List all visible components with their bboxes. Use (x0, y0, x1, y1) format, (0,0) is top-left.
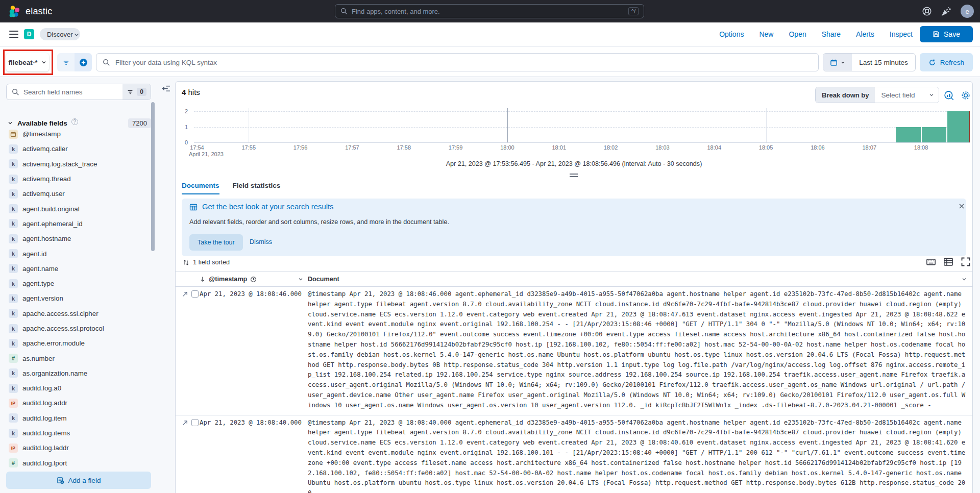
nav-link-share[interactable]: Share (822, 30, 841, 38)
field-item-agent.version[interactable]: kagent.version (6, 291, 149, 306)
help-icon[interactable] (922, 6, 932, 16)
field-item-apache.access.ssl.protocol[interactable]: kapache.access.ssl.protocol (6, 321, 149, 336)
add-filter-button[interactable] (75, 53, 92, 71)
column-actions-chevron-icon[interactable] (298, 276, 304, 282)
search-icon (340, 8, 348, 15)
select-row-checkbox[interactable] (191, 290, 199, 298)
document-column-header[interactable]: Document (308, 276, 972, 283)
add-field-button[interactable]: Add a field (6, 472, 151, 489)
nav-link-inspect[interactable]: Inspect (890, 30, 913, 38)
field-item-activemq.caller[interactable]: kactivemq.caller (6, 141, 149, 156)
row-density-icon[interactable] (943, 257, 953, 267)
global-search-bar[interactable]: ^/ (335, 4, 644, 18)
nav-link-open[interactable]: Open (789, 30, 806, 38)
field-name: activemq.user (22, 190, 65, 198)
field-item-agent.name[interactable]: kagent.name (6, 261, 149, 276)
expand-document-icon[interactable] (182, 420, 188, 426)
field-item-as.organization.name[interactable]: kas.organization.name (6, 366, 149, 381)
sort-fields-button[interactable]: 1 field sorted (183, 259, 230, 266)
field-filter-button[interactable]: 0 (122, 84, 151, 100)
field-name: agent.name (22, 265, 58, 273)
column-actions-chevron-icon[interactable] (961, 276, 967, 282)
field-item-activemq.user[interactable]: kactivemq.user (6, 186, 149, 201)
kql-query-bar[interactable] (96, 53, 819, 71)
keyboard-shortcuts-icon[interactable] (926, 257, 936, 267)
field-item-auditd.log.laddr[interactable]: IPauditd.log.laddr (6, 440, 149, 455)
breakdown-placeholder: Select field (881, 91, 915, 99)
chevron-down-icon (41, 59, 47, 65)
fullscreen-icon[interactable] (961, 257, 971, 267)
menu-icon[interactable] (9, 31, 18, 38)
date-picker-menu-button[interactable] (823, 54, 852, 71)
hits-counter: 4 hits (182, 88, 200, 96)
field-item-apache.access.ssl.cipher[interactable]: kapache.access.ssl.cipher (6, 306, 149, 321)
x-axis-tick-label: 18:04 (707, 144, 721, 151)
field-name: agent.build.original (22, 205, 80, 213)
close-icon[interactable] (958, 202, 966, 210)
take-tour-button[interactable]: Take the tour (189, 234, 243, 251)
x-axis-line (194, 142, 970, 143)
time-range-end-marker (969, 111, 970, 142)
field-item-auditd.log.items[interactable]: kauditd.log.items (6, 426, 149, 440)
gridline (194, 127, 970, 128)
timestamp-column-header[interactable]: @timestamp (200, 276, 308, 283)
saved-query-menu-button[interactable] (57, 53, 75, 71)
tab-field-statistics[interactable]: Field statistics (233, 182, 281, 194)
search-icon (12, 88, 19, 96)
histogram-bar[interactable] (896, 127, 921, 143)
field-item-apache.error.module[interactable]: kapache.error.module (6, 336, 149, 351)
field-search-input[interactable] (19, 88, 122, 96)
field-item-auditd.log.addr[interactable]: IPauditd.log.addr (6, 396, 149, 410)
chevron-down-icon (7, 120, 13, 126)
save-button[interactable]: Save (920, 26, 973, 42)
nav-link-alerts[interactable]: Alerts (856, 30, 874, 38)
x-axis-date-label: April 21, 2023 (189, 151, 224, 157)
nav-link-new[interactable]: New (759, 30, 773, 38)
tab-documents[interactable]: Documents (182, 182, 219, 194)
field-item-agent.type[interactable]: kagent.type (6, 276, 149, 291)
field-item-agent.id[interactable]: kagent.id (6, 246, 149, 261)
elastic-logo-icon (8, 5, 20, 17)
select-row-checkbox[interactable] (191, 419, 199, 426)
global-search-input[interactable] (352, 8, 624, 15)
elastic-logo[interactable]: elastic (8, 0, 52, 22)
field-type-keyword-icon: k (9, 324, 18, 333)
nav-link-options[interactable]: Options (719, 30, 744, 38)
x-axis-tick-label: 17:56 (293, 144, 308, 151)
table-row: Apr 21, 2023 @ 18:08:46.000@timestamp Ap… (176, 287, 972, 415)
breakdown-field-select[interactable]: Select field (875, 87, 939, 103)
chart-options-gear-icon[interactable] (961, 90, 971, 101)
y-axis-tick-label: 0 (185, 139, 188, 145)
field-item-as.number[interactable]: #as.number (6, 351, 149, 365)
breadcrumb-chevron-icon[interactable] (73, 31, 80, 38)
kql-query-input[interactable] (115, 59, 812, 66)
field-item-agent.hostname[interactable]: kagent.hostname (6, 231, 149, 246)
field-filter-count: 0 (137, 88, 146, 96)
space-badge[interactable]: D (24, 29, 34, 39)
sidebar-scrollbar[interactable] (151, 102, 155, 251)
dismiss-button[interactable]: Dismiss (250, 238, 272, 245)
newsfeed-icon[interactable] (941, 6, 951, 16)
collapse-sidebar-icon[interactable] (161, 83, 171, 93)
field-item-auditd.log.lport[interactable]: #auditd.log.lport (6, 456, 149, 471)
field-item-@timestamp[interactable]: @timestamp (6, 127, 149, 141)
field-item-agent.ephemeral_id[interactable]: kagent.ephemeral_id (6, 216, 149, 231)
field-name: auditd.log.item (22, 414, 66, 422)
expand-document-icon[interactable] (182, 291, 188, 298)
field-item-auditd.log.item[interactable]: kauditd.log.item (6, 411, 149, 426)
user-avatar[interactable]: e (961, 5, 974, 18)
field-search[interactable]: 0 (6, 84, 151, 100)
edit-visualization-icon[interactable] (944, 90, 954, 101)
field-item-agent.build.original[interactable]: kagent.build.original (6, 201, 149, 216)
field-item-activemq.thread[interactable]: kactivemq.thread (6, 171, 149, 186)
data-view-picker[interactable]: filebeat-* (6, 53, 49, 71)
histogram-chart[interactable]: April 21, 2023 17:5417:5517:5617:5717:58… (194, 111, 970, 142)
histogram-bar[interactable] (947, 111, 969, 142)
chart-resize-handle[interactable] (570, 174, 578, 177)
field-item-auditd.log.a0[interactable]: kauditd.log.a0 (6, 381, 149, 396)
field-item-activemq.log.stack_trace[interactable]: kactivemq.log.stack_trace (6, 157, 149, 171)
refresh-button[interactable]: Refresh (920, 53, 973, 71)
field-type-keyword-icon: k (9, 279, 18, 288)
histogram-bar[interactable] (922, 127, 947, 143)
time-range-display[interactable]: Last 15 minutes (852, 54, 915, 71)
